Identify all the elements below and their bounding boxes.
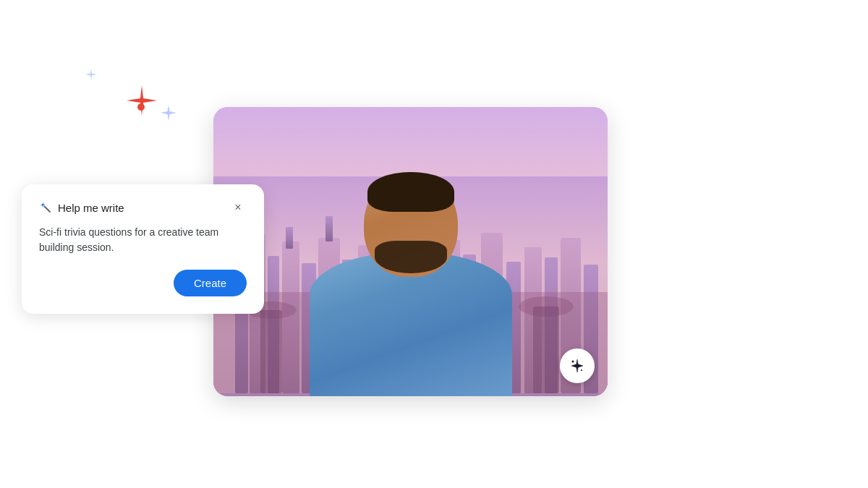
person [295, 121, 527, 396]
svg-rect-32 [533, 307, 559, 393]
svg-point-0 [137, 103, 145, 111]
help-write-title: Help me write [58, 202, 124, 214]
card-title: Help me write [39, 201, 124, 214]
help-write-card: Help me write × Sci-fi trivia questions … [22, 184, 264, 314]
svg-rect-30 [260, 310, 282, 393]
create-button[interactable]: Create [174, 270, 247, 296]
blue-sparkle-icon [161, 105, 176, 121]
red-sparkle-icon [127, 85, 157, 116]
video-container [213, 107, 608, 396]
wand-icon [39, 201, 52, 214]
svg-rect-8 [286, 227, 293, 249]
red-dot-svg [137, 103, 145, 111]
help-write-body: Sci-fi trivia questions for a creative t… [39, 225, 247, 255]
close-button[interactable]: × [229, 199, 247, 216]
card-header: Help me write × [39, 199, 247, 216]
small-blue-sparkle-icon [85, 69, 97, 80]
ai-effects-button[interactable] [560, 348, 595, 383]
svg-point-34 [581, 369, 582, 371]
svg-line-45 [45, 207, 51, 213]
svg-point-33 [572, 361, 574, 363]
